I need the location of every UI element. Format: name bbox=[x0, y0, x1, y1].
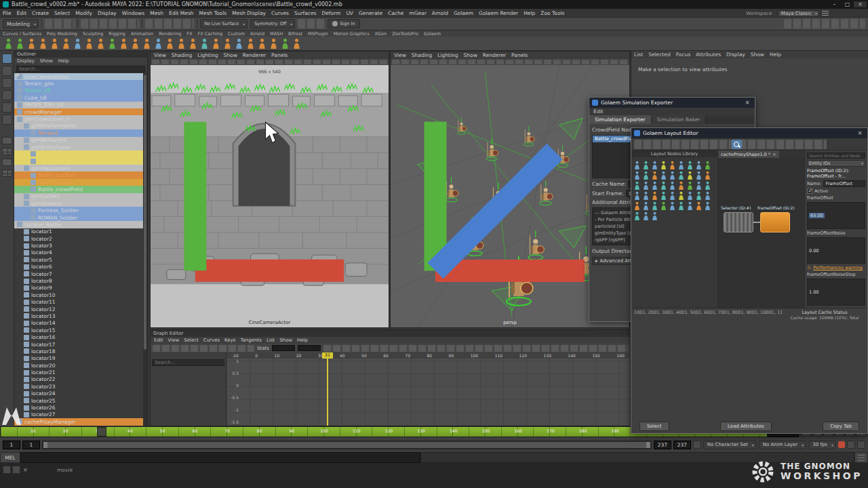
layout-node-icon[interactable] bbox=[633, 200, 641, 209]
shelf-tab[interactable]: Golaem bbox=[421, 31, 443, 37]
outliner-item[interactable]: locator22 bbox=[14, 376, 147, 383]
attribute-menu-item[interactable]: Focus bbox=[676, 52, 690, 58]
graph-menu-item[interactable]: Keys bbox=[224, 338, 235, 343]
outliner-item[interactable]: locator3 bbox=[14, 242, 147, 249]
dock-tab-icon[interactable] bbox=[12, 466, 20, 474]
layout-editor-titlebar[interactable]: Golaem Layout Editor × bbox=[631, 128, 867, 138]
shelf-tool-icon[interactable] bbox=[212, 38, 220, 49]
select-button[interactable]: Select bbox=[639, 422, 669, 431]
animation-end-field[interactable]: 237 bbox=[673, 441, 691, 449]
layout-node-icon[interactable] bbox=[660, 190, 667, 199]
command-language-toggle[interactable]: MEL bbox=[0, 452, 20, 463]
stat-field-y[interactable] bbox=[298, 345, 321, 351]
layout-node-icon[interactable] bbox=[633, 159, 641, 168]
shelf-tool-icon[interactable] bbox=[281, 38, 290, 49]
node-graph-tab[interactable]: cacheProxyShape1.0 * × bbox=[718, 150, 779, 158]
outliner-item[interactable]: Battle_particle bbox=[14, 179, 147, 186]
outliner-item[interactable]: locator10 bbox=[14, 291, 147, 298]
attribute-menu-item[interactable]: Show bbox=[751, 52, 764, 58]
graph-menu-item[interactable]: Select bbox=[184, 338, 199, 343]
maximize-icon[interactable]: □ bbox=[841, 1, 854, 7]
outliner-item[interactable]: locator19 bbox=[14, 355, 147, 362]
graph-menu-item[interactable]: View bbox=[168, 338, 180, 343]
outliner-item[interactable]: glmEntityTypes bbox=[14, 144, 147, 150]
outliner-item[interactable]: locator18 bbox=[14, 348, 147, 354]
outliner-item[interactable]: Terrain1 bbox=[14, 129, 147, 136]
outliner-item[interactable]: locator17 bbox=[14, 341, 147, 348]
graph-menu-item[interactable]: Tangents bbox=[240, 338, 261, 343]
outliner-item[interactable]: crowdManager bbox=[14, 108, 147, 115]
graph-menu-item[interactable]: List bbox=[267, 338, 275, 343]
node-graph-canvas[interactable]: Selector (ID:#) frameOffset (ID:2) bbox=[718, 158, 804, 308]
viewport-menu-item[interactable]: Renderer bbox=[483, 52, 506, 58]
viewport-menu-item[interactable]: View bbox=[154, 52, 166, 58]
layout-node-icon[interactable] bbox=[695, 190, 703, 199]
lasso-tool-icon[interactable] bbox=[2, 66, 12, 76]
playback-options-icon[interactable] bbox=[847, 441, 855, 449]
shelf-tool-icon[interactable] bbox=[189, 38, 197, 49]
layout-node-icon[interactable] bbox=[633, 210, 641, 219]
sign-in-button[interactable]: Sign In bbox=[328, 19, 359, 28]
menu-item[interactable]: Display bbox=[95, 10, 119, 16]
outliner-item[interactable]: CineCameraActor bbox=[14, 73, 147, 80]
layout-node-icon[interactable] bbox=[677, 159, 685, 168]
shelf-tool-icon[interactable] bbox=[96, 38, 105, 49]
layout-node-icon[interactable] bbox=[660, 169, 667, 178]
selector-node[interactable] bbox=[724, 212, 753, 232]
dock-tab-icon[interactable] bbox=[3, 466, 11, 474]
outliner-item[interactable]: locator13 bbox=[14, 312, 147, 319]
range-slider[interactable] bbox=[42, 441, 652, 449]
shelf-tool-icon[interactable] bbox=[269, 38, 278, 49]
shelf-tool-icon[interactable] bbox=[258, 38, 267, 49]
menu-item[interactable]: File bbox=[0, 10, 14, 16]
shelf-tool-icon[interactable] bbox=[62, 38, 71, 49]
window-titlebar[interactable]: Battle_crowd_v0002.mb* - Autodesk MAYA 2… bbox=[0, 0, 868, 9]
copy-tab-button[interactable]: Copy Tab bbox=[823, 422, 859, 431]
shelf-tab[interactable]: Rigging bbox=[106, 31, 128, 37]
shelf-tool-icon[interactable] bbox=[165, 38, 174, 49]
viewport-menu-item[interactable]: View bbox=[394, 52, 406, 58]
shelf-tab[interactable]: Custom bbox=[225, 31, 248, 37]
graph-tool-strip2[interactable] bbox=[323, 345, 628, 352]
attribute-menu-item[interactable]: Selected bbox=[648, 52, 671, 58]
shelf-tool-icon[interactable] bbox=[235, 38, 243, 49]
close-icon[interactable]: × bbox=[855, 130, 865, 136]
outliner-item[interactable]: cacheProxyManager bbox=[14, 418, 147, 425]
graph-curve-area[interactable]: -100102030405060708090100110120130140150… bbox=[226, 352, 630, 426]
layout-node-icon[interactable] bbox=[669, 159, 676, 168]
menu-item[interactable]: Create bbox=[29, 10, 52, 16]
layout-node-icon[interactable] bbox=[704, 169, 711, 178]
outliner-item[interactable]: locator12 bbox=[14, 306, 147, 312]
layout-node-icon[interactable] bbox=[660, 200, 667, 209]
viewport-menu-item[interactable]: Panels bbox=[271, 52, 288, 58]
graph-search-input[interactable] bbox=[152, 359, 224, 366]
character-set-icon[interactable] bbox=[693, 441, 701, 449]
graph-menu-item[interactable]: Help bbox=[297, 338, 308, 343]
layout-node-icon[interactable] bbox=[651, 169, 658, 178]
outliner-item[interactable]: Locator_Battle bbox=[14, 221, 147, 228]
layout-node-icon[interactable] bbox=[642, 190, 650, 199]
close-tab-icon[interactable]: × bbox=[772, 152, 776, 157]
outliner-item[interactable]: locator20 bbox=[14, 362, 147, 369]
shelf-tab[interactable]: Arnold bbox=[248, 31, 267, 37]
layout-node-icon[interactable] bbox=[669, 180, 676, 188]
layout-node-icon[interactable] bbox=[642, 159, 650, 168]
shelf-tool-icon[interactable] bbox=[39, 38, 47, 49]
search-icon[interactable] bbox=[732, 140, 742, 149]
layout-node-icon[interactable] bbox=[695, 200, 703, 209]
frameoffset-node[interactable] bbox=[760, 212, 790, 232]
tab-simulation-baker[interactable]: Simulation Baker bbox=[652, 115, 707, 124]
graph-playhead-frame[interactable]: 31 bbox=[322, 352, 333, 359]
close-icon[interactable]: × bbox=[854, 1, 867, 7]
outliner-scrollbar[interactable] bbox=[143, 73, 147, 426]
shelf-tool-icon[interactable] bbox=[154, 38, 163, 49]
workspace-menu-icon[interactable] bbox=[822, 11, 829, 16]
menu-item[interactable]: Surfaces bbox=[292, 10, 319, 16]
outliner-item[interactable]: locator16 bbox=[14, 333, 147, 340]
outliner-item[interactable]: Terrain_UE bbox=[14, 87, 147, 94]
performances-warning-link[interactable]: Performances warning bbox=[813, 265, 863, 270]
shelf-tool-icon[interactable] bbox=[142, 38, 151, 49]
persp-outliner-layout-icon[interactable] bbox=[2, 159, 12, 166]
layout-node-icon[interactable] bbox=[704, 159, 711, 168]
menu-item[interactable]: Help bbox=[521, 10, 538, 16]
